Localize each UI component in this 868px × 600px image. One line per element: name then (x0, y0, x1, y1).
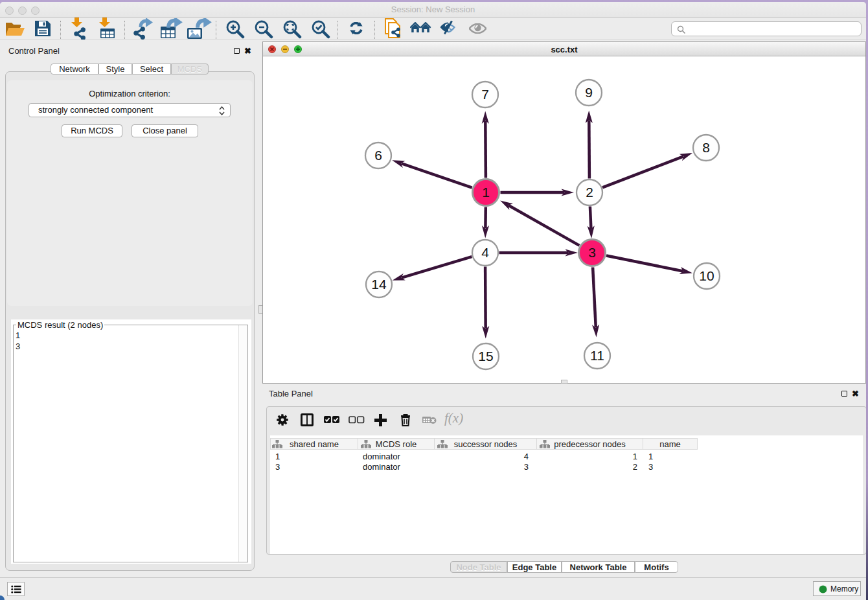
svg-text:15: 15 (478, 349, 493, 363)
svg-text:6: 6 (374, 148, 382, 163)
svg-text:2: 2 (586, 185, 593, 200)
svg-text:3: 3 (588, 245, 596, 260)
svg-text:1: 1 (482, 185, 490, 200)
svg-text:10: 10 (699, 268, 714, 283)
svg-text:7: 7 (481, 87, 489, 102)
svg-text:8: 8 (702, 140, 710, 155)
svg-text:9: 9 (585, 85, 593, 100)
svg-text:4: 4 (481, 245, 489, 260)
svg-text:11: 11 (590, 348, 604, 363)
svg-text:14: 14 (371, 277, 387, 292)
